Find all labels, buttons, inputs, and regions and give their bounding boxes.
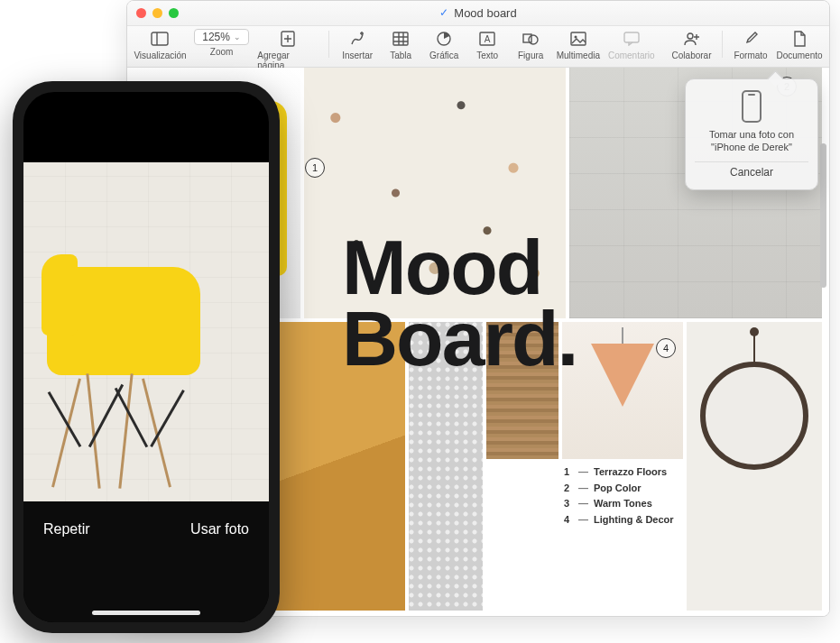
svg-rect-19 <box>624 32 639 42</box>
home-indicator[interactable] <box>92 611 200 615</box>
svg-point-18 <box>574 36 577 39</box>
list-item: 2—Pop Color <box>564 481 674 497</box>
view-button[interactable]: Visualización <box>134 29 186 60</box>
comment-button: Comentario <box>608 29 654 60</box>
document-icon <box>789 29 809 49</box>
retake-button[interactable]: Repetir <box>43 521 90 537</box>
separator <box>328 31 329 58</box>
callout-1[interactable]: 1 <box>305 158 325 178</box>
iphone-device: Repetir Usar foto <box>13 81 280 633</box>
shape-button[interactable]: Figura <box>513 29 548 60</box>
collaborate-button[interactable]: Colaborar <box>672 29 711 60</box>
table-button[interactable]: Tabla <box>383 29 418 60</box>
add-page-icon <box>278 29 298 49</box>
person-add-icon <box>682 29 702 49</box>
image-wood[interactable] <box>486 322 558 459</box>
chart-button[interactable]: Gráfica <box>427 29 461 60</box>
paintbrush-icon <box>741 29 761 49</box>
list-item: 4—Lighting & Decor <box>564 512 674 528</box>
media-button[interactable]: Multimedia <box>557 29 599 60</box>
add-page-button[interactable]: Agregar página <box>257 29 318 70</box>
continuity-camera-popover: Tomar una foto con "iPhone de Derek" Can… <box>685 78 818 190</box>
svg-point-20 <box>688 33 693 39</box>
camera-preview[interactable] <box>23 162 269 505</box>
svg-rect-17 <box>571 32 586 45</box>
format-button[interactable]: Formato <box>734 29 768 60</box>
pie-chart-icon <box>434 29 454 49</box>
comment-icon <box>622 29 642 49</box>
svg-point-16 <box>529 35 538 44</box>
sidebar-icon <box>150 29 170 49</box>
list-item: 3—Warm Tones <box>564 496 674 512</box>
camera-controls: Repetir Usar foto <box>23 501 269 622</box>
svg-text:A: A <box>485 34 491 44</box>
callout-4[interactable]: 4 <box>656 338 676 358</box>
shape-icon <box>521 29 540 49</box>
media-icon <box>568 29 588 49</box>
chair-photo <box>40 267 238 489</box>
traffic-lights <box>127 8 179 18</box>
toolbar: Visualización 125% ⌄ Zoom Agregar página… <box>127 26 829 68</box>
separator <box>722 31 723 58</box>
document-button[interactable]: Documento <box>777 29 822 60</box>
iphone-screen: Repetir Usar foto <box>23 92 269 622</box>
edited-check-icon: ✓ <box>439 6 448 20</box>
table-icon <box>391 29 411 49</box>
insert-icon <box>347 29 367 49</box>
phone-icon <box>742 90 762 123</box>
image-rug[interactable] <box>409 322 483 611</box>
minimize-icon[interactable] <box>152 8 162 18</box>
use-photo-button[interactable]: Usar foto <box>190 521 249 537</box>
cancel-button[interactable]: Cancelar <box>695 161 808 182</box>
image-mirror[interactable] <box>687 322 822 611</box>
zoom-control[interactable]: 125% ⌄ Zoom <box>195 29 248 57</box>
window-title: Mood board <box>454 6 516 20</box>
svg-rect-7 <box>393 32 408 45</box>
legend-list[interactable]: 1—Terrazzo Floors 2—Pop Color 3—Warm Ton… <box>564 464 674 528</box>
scrollbar-thumb[interactable] <box>820 143 826 288</box>
zoom-icon[interactable] <box>169 8 179 18</box>
chevron-down-icon: ⌄ <box>234 32 241 41</box>
text-button[interactable]: A Texto <box>470 29 504 60</box>
list-item: 1—Terrazzo Floors <box>564 464 674 481</box>
notch <box>88 92 205 114</box>
image-terrazzo[interactable] <box>304 68 566 318</box>
svg-rect-0 <box>152 32 168 45</box>
titlebar[interactable]: ✓ Mood board <box>127 1 829 26</box>
svg-rect-15 <box>523 34 531 42</box>
insert-button[interactable]: Insertar <box>340 29 374 60</box>
zoom-value: 125% <box>202 31 230 43</box>
textbox-icon: A <box>477 29 497 49</box>
close-icon[interactable] <box>136 8 146 18</box>
popover-text: Tomar una foto con "iPhone de Derek" <box>695 128 808 154</box>
